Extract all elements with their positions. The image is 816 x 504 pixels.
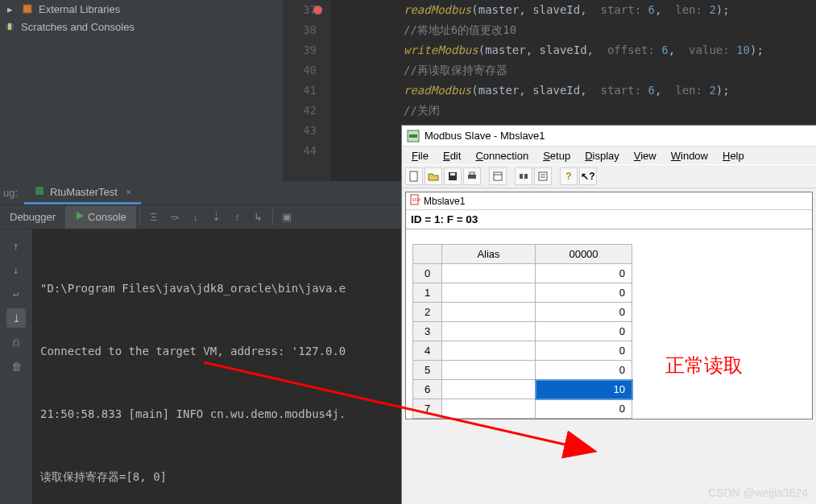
whatsthis-icon[interactable]: ↖?: [579, 167, 597, 185]
clear-icon[interactable]: 🗑: [6, 357, 26, 376]
scroll-to-end-icon[interactable]: ⤓: [6, 308, 26, 328]
step-over-icon[interactable]: ⤼: [167, 209, 183, 225]
svg-rect-2: [8, 23, 11, 30]
menu-display[interactable]: Display: [578, 148, 626, 163]
svg-rect-0: [23, 5, 31, 13]
window-titlebar[interactable]: Modbus Slave - Mbslave1: [402, 126, 816, 147]
play-icon: [75, 211, 85, 223]
svg-marker-4: [77, 212, 84, 220]
editor-gutter[interactable]: 37 38 39 40 41 42 43 44: [283, 0, 331, 181]
tree-label: Scratches and Consoles: [21, 21, 135, 33]
step-into-icon[interactable]: ↓: [188, 209, 204, 225]
mbslave-subwindow[interactable]: DOC Mbslave1 ID = 1: F = 03 Alias 00000 …: [405, 192, 813, 419]
table-row[interactable]: 00: [413, 264, 632, 283]
run-tab-label: RtuMasterTest: [50, 186, 118, 198]
table-header-alias: Alias: [442, 245, 536, 264]
menubar[interactable]: File Edit Connection Setup Display View …: [402, 147, 816, 164]
svg-rect-9: [450, 173, 455, 176]
table-header-index: [413, 245, 442, 264]
svg-rect-16: [539, 172, 547, 180]
svg-rect-3: [35, 187, 43, 195]
svg-rect-12: [494, 172, 502, 180]
menu-connection[interactable]: Connection: [469, 148, 535, 163]
modbus-slave-window[interactable]: Modbus Slave - Mbslave1 File Edit Connec…: [401, 125, 816, 504]
window-title: Modbus Slave - Mbslave1: [425, 130, 545, 142]
down-icon[interactable]: ↓: [6, 260, 26, 279]
menu-edit[interactable]: Edit: [437, 148, 467, 163]
id-line: ID = 1: F = 03: [406, 210, 812, 229]
svg-rect-6: [409, 134, 417, 138]
up-icon[interactable]: ↑: [6, 236, 26, 255]
menu-window[interactable]: Window: [665, 148, 715, 163]
menu-help[interactable]: Help: [716, 148, 751, 163]
table-row[interactable]: 70: [413, 399, 632, 419]
tree-item-scratches[interactable]: Scratches and Consoles: [3, 18, 283, 35]
run-icon: [34, 185, 45, 199]
svg-rect-7: [410, 171, 417, 181]
watermark: CSDN @weijia3624: [708, 486, 808, 499]
settings-icon[interactable]: [534, 167, 552, 185]
table-header-col0: 00000: [536, 245, 632, 264]
open-icon[interactable]: [425, 167, 442, 185]
svg-rect-15: [524, 174, 528, 179]
menu-view[interactable]: View: [628, 148, 663, 163]
print-icon[interactable]: ⎙: [6, 333, 26, 352]
app-icon: [407, 130, 420, 143]
console-side-toolbar: ↑ ↓ ↩ ⤓ ⎙ 🗑: [0, 229, 32, 504]
table-row[interactable]: 30: [413, 322, 632, 341]
run-to-cursor-icon[interactable]: ↳: [251, 209, 267, 225]
help-icon[interactable]: ?: [560, 167, 578, 185]
table-row[interactable]: 10: [413, 283, 632, 303]
tree-item-external-libraries[interactable]: ▸ External Libraries: [3, 0, 283, 18]
console-tab[interactable]: Console: [65, 206, 136, 229]
register-table[interactable]: Alias 00000 00 10 20 30 40 50 610 70: [412, 244, 632, 419]
debugger-tab[interactable]: Debugger: [0, 206, 65, 229]
doc-icon: DOC: [409, 194, 420, 208]
table-row[interactable]: 610: [413, 380, 632, 399]
subwindow-title-label: Mbslave1: [424, 196, 465, 207]
soft-wrap-icon[interactable]: ↩: [6, 284, 26, 304]
expression-icon[interactable]: Ξ: [146, 209, 162, 225]
window-icon[interactable]: [489, 167, 507, 185]
table-row[interactable]: 40: [413, 341, 632, 361]
menu-file[interactable]: File: [405, 148, 435, 163]
code-token: readModbus: [404, 3, 471, 16]
debugger-tab-label: Debugger: [10, 211, 56, 223]
print-icon[interactable]: [463, 167, 481, 185]
force-step-into-icon[interactable]: ⇣: [209, 209, 225, 225]
subwindow-title[interactable]: DOC Mbslave1: [406, 192, 812, 210]
chevron-right-icon: ▸: [3, 2, 16, 15]
scratches-icon: [3, 20, 16, 33]
tree-label: External Libraries: [39, 3, 120, 15]
breakpoint-icon[interactable]: [313, 6, 322, 14]
new-icon[interactable]: [405, 167, 423, 185]
library-icon: [21, 2, 34, 15]
step-out-icon[interactable]: ↑: [230, 209, 246, 225]
debug-label: ug:: [0, 187, 24, 199]
window-toolbar: ? ↖?: [402, 164, 816, 188]
selected-cell[interactable]: 10: [536, 380, 632, 399]
project-tree[interactable]: ▸ External Libraries Scratches and Conso…: [0, 0, 283, 181]
connect-icon[interactable]: [515, 167, 532, 185]
svg-rect-14: [520, 174, 523, 179]
table-row[interactable]: 20: [413, 303, 632, 322]
run-tab[interactable]: RtuMasterTest ×: [24, 182, 141, 204]
table-row[interactable]: 50: [413, 361, 632, 380]
svg-rect-10: [468, 175, 476, 179]
close-icon[interactable]: ×: [126, 186, 132, 198]
svg-rect-11: [470, 172, 474, 175]
console-tab-label: Console: [88, 211, 126, 223]
menu-setup[interactable]: Setup: [536, 148, 577, 163]
save-icon[interactable]: [444, 167, 462, 185]
evaluate-icon[interactable]: ▣: [279, 209, 295, 225]
annotation-text: 正常读取: [665, 353, 743, 378]
svg-text:DOC: DOC: [412, 197, 420, 202]
